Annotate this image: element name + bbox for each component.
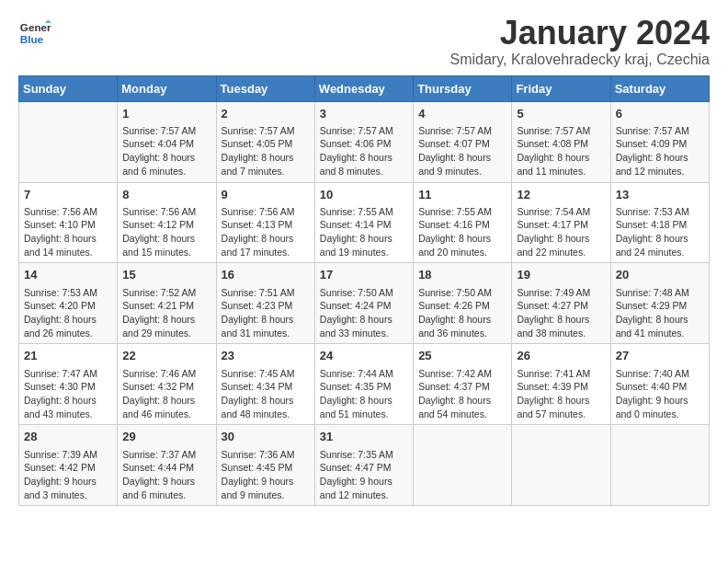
calendar-body: 1Sunrise: 7:57 AMSunset: 4:04 PMDaylight… (19, 101, 710, 506)
calendar-cell: 13Sunrise: 7:53 AMSunset: 4:18 PMDayligh… (610, 182, 709, 263)
day-number: 22 (122, 348, 210, 364)
page-title: January 2024 (450, 15, 710, 52)
week-row-1: 1Sunrise: 7:57 AMSunset: 4:04 PMDaylight… (19, 101, 710, 182)
header-cell-friday: Friday (512, 75, 610, 101)
calendar-cell: 21Sunrise: 7:47 AMSunset: 4:30 PMDayligh… (19, 344, 118, 425)
calendar-cell: 6Sunrise: 7:57 AMSunset: 4:09 PMDaylight… (610, 101, 709, 182)
header-cell-tuesday: Tuesday (216, 75, 314, 101)
calendar-cell: 5Sunrise: 7:57 AMSunset: 4:08 PMDaylight… (512, 101, 610, 182)
day-info: Sunrise: 7:57 AMSunset: 4:07 PMDaylight:… (418, 124, 506, 178)
day-number: 9 (222, 187, 310, 203)
day-number: 20 (616, 267, 704, 283)
day-number: 3 (320, 106, 408, 122)
day-info: Sunrise: 7:57 AMSunset: 4:06 PMDaylight:… (320, 124, 408, 178)
day-info: Sunrise: 7:48 AMSunset: 4:29 PMDaylight:… (616, 286, 704, 340)
day-info: Sunrise: 7:35 AMSunset: 4:47 PMDaylight:… (320, 448, 408, 502)
day-number: 27 (616, 348, 704, 364)
day-number: 2 (222, 106, 310, 122)
day-info: Sunrise: 7:57 AMSunset: 4:08 PMDaylight:… (517, 124, 605, 178)
day-number: 31 (320, 429, 408, 445)
day-info: Sunrise: 7:54 AMSunset: 4:17 PMDaylight:… (517, 205, 605, 259)
header-cell-saturday: Saturday (610, 75, 709, 101)
day-number: 14 (24, 267, 112, 283)
header-cell-monday: Monday (118, 75, 216, 101)
calendar-cell: 3Sunrise: 7:57 AMSunset: 4:06 PMDaylight… (314, 101, 413, 182)
title-block: January 2024 Smidary, Kralovehradecky kr… (450, 15, 710, 68)
day-number: 8 (122, 187, 210, 203)
week-row-3: 14Sunrise: 7:53 AMSunset: 4:20 PMDayligh… (19, 263, 710, 344)
day-info: Sunrise: 7:56 AMSunset: 4:10 PMDaylight:… (24, 205, 112, 259)
day-number: 24 (320, 348, 408, 364)
day-number: 25 (418, 348, 506, 364)
calendar-cell: 15Sunrise: 7:52 AMSunset: 4:21 PMDayligh… (118, 263, 216, 344)
day-info: Sunrise: 7:55 AMSunset: 4:16 PMDaylight:… (418, 205, 506, 259)
day-info: Sunrise: 7:52 AMSunset: 4:21 PMDaylight:… (122, 286, 210, 340)
calendar-cell: 16Sunrise: 7:51 AMSunset: 4:23 PMDayligh… (216, 263, 314, 344)
week-row-2: 7Sunrise: 7:56 AMSunset: 4:10 PMDaylight… (19, 182, 710, 263)
day-number: 12 (517, 187, 605, 203)
calendar-cell: 29Sunrise: 7:37 AMSunset: 4:44 PMDayligh… (118, 425, 216, 506)
calendar-cell: 8Sunrise: 7:56 AMSunset: 4:12 PMDaylight… (118, 182, 216, 263)
calendar-cell: 19Sunrise: 7:49 AMSunset: 4:27 PMDayligh… (512, 263, 610, 344)
week-row-4: 21Sunrise: 7:47 AMSunset: 4:30 PMDayligh… (19, 344, 710, 425)
calendar-cell: 7Sunrise: 7:56 AMSunset: 4:10 PMDaylight… (19, 182, 118, 263)
calendar-table: SundayMondayTuesdayWednesdayThursdayFrid… (18, 75, 710, 507)
day-info: Sunrise: 7:55 AMSunset: 4:14 PMDaylight:… (320, 205, 408, 259)
day-number: 11 (418, 187, 506, 203)
day-info: Sunrise: 7:56 AMSunset: 4:12 PMDaylight:… (122, 205, 210, 259)
day-number: 21 (24, 348, 112, 364)
day-info: Sunrise: 7:57 AMSunset: 4:04 PMDaylight:… (122, 124, 210, 178)
day-number: 7 (24, 187, 112, 203)
day-info: Sunrise: 7:39 AMSunset: 4:42 PMDaylight:… (24, 448, 112, 502)
day-number: 23 (222, 348, 310, 364)
calendar-cell: 31Sunrise: 7:35 AMSunset: 4:47 PMDayligh… (314, 425, 413, 506)
day-info: Sunrise: 7:42 AMSunset: 4:37 PMDaylight:… (418, 367, 506, 421)
day-number: 26 (517, 348, 605, 364)
calendar-cell: 1Sunrise: 7:57 AMSunset: 4:04 PMDaylight… (118, 101, 216, 182)
day-info: Sunrise: 7:56 AMSunset: 4:13 PMDaylight:… (222, 205, 310, 259)
day-number: 28 (24, 429, 112, 445)
calendar-header: SundayMondayTuesdayWednesdayThursdayFrid… (19, 75, 710, 101)
calendar-cell: 25Sunrise: 7:42 AMSunset: 4:37 PMDayligh… (414, 344, 512, 425)
day-number: 16 (222, 267, 310, 283)
day-info: Sunrise: 7:40 AMSunset: 4:40 PMDaylight:… (616, 367, 704, 421)
page-header: General Blue January 2024 Smidary, Kralo… (18, 15, 710, 68)
day-number: 18 (418, 267, 506, 283)
day-number: 17 (320, 267, 408, 283)
calendar-cell (414, 425, 512, 506)
day-info: Sunrise: 7:53 AMSunset: 4:20 PMDaylight:… (24, 286, 112, 340)
day-info: Sunrise: 7:50 AMSunset: 4:26 PMDaylight:… (418, 286, 506, 340)
day-info: Sunrise: 7:45 AMSunset: 4:34 PMDaylight:… (222, 367, 310, 421)
calendar-cell: 27Sunrise: 7:40 AMSunset: 4:40 PMDayligh… (610, 344, 709, 425)
calendar-cell: 22Sunrise: 7:46 AMSunset: 4:32 PMDayligh… (118, 344, 216, 425)
calendar-cell: 14Sunrise: 7:53 AMSunset: 4:20 PMDayligh… (19, 263, 118, 344)
calendar-cell: 12Sunrise: 7:54 AMSunset: 4:17 PMDayligh… (512, 182, 610, 263)
day-number: 30 (222, 429, 310, 445)
day-info: Sunrise: 7:57 AMSunset: 4:09 PMDaylight:… (616, 124, 704, 178)
day-number: 5 (517, 106, 605, 122)
svg-text:Blue: Blue (20, 33, 44, 45)
day-info: Sunrise: 7:51 AMSunset: 4:23 PMDaylight:… (222, 286, 310, 340)
day-number: 29 (122, 429, 210, 445)
day-info: Sunrise: 7:49 AMSunset: 4:27 PMDaylight:… (517, 286, 605, 340)
logo: General Blue (18, 15, 51, 48)
day-info: Sunrise: 7:44 AMSunset: 4:35 PMDaylight:… (320, 367, 408, 421)
header-cell-wednesday: Wednesday (314, 75, 413, 101)
calendar-cell: 23Sunrise: 7:45 AMSunset: 4:34 PMDayligh… (216, 344, 314, 425)
day-number: 13 (616, 187, 704, 203)
calendar-cell: 9Sunrise: 7:56 AMSunset: 4:13 PMDaylight… (216, 182, 314, 263)
page-subtitle: Smidary, Kralovehradecky kraj, Czechia (450, 52, 710, 68)
day-number: 6 (616, 106, 704, 122)
day-info: Sunrise: 7:46 AMSunset: 4:32 PMDaylight:… (122, 367, 210, 421)
calendar-cell: 26Sunrise: 7:41 AMSunset: 4:39 PMDayligh… (512, 344, 610, 425)
day-info: Sunrise: 7:47 AMSunset: 4:30 PMDaylight:… (24, 367, 112, 421)
calendar-cell (512, 425, 610, 506)
calendar-cell: 20Sunrise: 7:48 AMSunset: 4:29 PMDayligh… (610, 263, 709, 344)
calendar-cell (19, 101, 118, 182)
calendar-cell: 24Sunrise: 7:44 AMSunset: 4:35 PMDayligh… (314, 344, 413, 425)
day-number: 15 (122, 267, 210, 283)
day-number: 4 (418, 106, 506, 122)
day-info: Sunrise: 7:50 AMSunset: 4:24 PMDaylight:… (320, 286, 408, 340)
header-cell-thursday: Thursday (414, 75, 512, 101)
calendar-cell: 17Sunrise: 7:50 AMSunset: 4:24 PMDayligh… (314, 263, 413, 344)
